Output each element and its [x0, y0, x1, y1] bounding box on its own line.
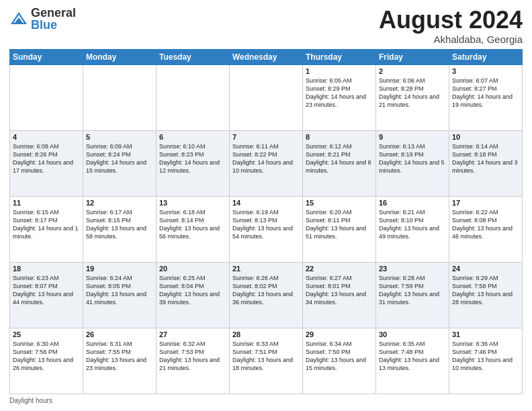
logo-text: General Blue: [31, 7, 76, 31]
table-row: 27Sunrise: 6:32 AM Sunset: 7:53 PM Dayli…: [157, 328, 230, 394]
calendar-week-row: 4Sunrise: 6:08 AM Sunset: 8:26 PM Daylig…: [10, 130, 523, 196]
day-info: Sunrise: 6:23 AM Sunset: 8:07 PM Dayligh…: [13, 274, 80, 307]
day-number: 27: [159, 330, 226, 338]
col-saturday: Saturday: [449, 49, 523, 64]
day-number: 20: [159, 265, 226, 273]
day-number: 22: [306, 265, 373, 273]
table-row: [83, 64, 157, 130]
day-info: Sunrise: 6:13 AM Sunset: 8:19 PM Dayligh…: [379, 142, 446, 175]
table-row: 17Sunrise: 6:22 AM Sunset: 8:08 PM Dayli…: [449, 196, 523, 262]
logo-icon: [9, 9, 28, 28]
day-number: 10: [452, 133, 519, 141]
daylight-label: Daylight hours: [9, 397, 52, 404]
col-thursday: Thursday: [303, 49, 376, 64]
day-info: Sunrise: 6:28 AM Sunset: 7:59 PM Dayligh…: [379, 274, 446, 307]
table-row: 1Sunrise: 6:05 AM Sunset: 8:29 PM Daylig…: [303, 64, 376, 130]
table-row: 8Sunrise: 6:12 AM Sunset: 8:21 PM Daylig…: [303, 130, 376, 196]
table-row: 26Sunrise: 6:31 AM Sunset: 7:55 PM Dayli…: [83, 328, 157, 394]
table-row: 24Sunrise: 6:29 AM Sunset: 7:58 PM Dayli…: [449, 262, 523, 328]
table-row: 16Sunrise: 6:21 AM Sunset: 8:10 PM Dayli…: [376, 196, 449, 262]
calendar-week-row: 18Sunrise: 6:23 AM Sunset: 8:07 PM Dayli…: [10, 262, 523, 328]
day-info: Sunrise: 6:25 AM Sunset: 8:04 PM Dayligh…: [159, 274, 226, 307]
table-row: 2Sunrise: 6:06 AM Sunset: 8:28 PM Daylig…: [376, 64, 449, 130]
table-row: 12Sunrise: 6:17 AM Sunset: 8:15 PM Dayli…: [83, 196, 157, 262]
day-number: 7: [232, 133, 300, 141]
day-info: Sunrise: 6:15 AM Sunset: 8:17 PM Dayligh…: [13, 208, 80, 241]
day-number: 24: [452, 265, 519, 273]
day-info: Sunrise: 6:31 AM Sunset: 7:55 PM Dayligh…: [86, 340, 153, 373]
header: General Blue August 2024 Akhaldaba, Geor…: [9, 7, 523, 45]
day-info: Sunrise: 6:12 AM Sunset: 8:21 PM Dayligh…: [306, 142, 373, 175]
day-info: Sunrise: 6:10 AM Sunset: 8:23 PM Dayligh…: [159, 142, 226, 175]
table-row: [230, 64, 303, 130]
day-info: Sunrise: 6:29 AM Sunset: 7:58 PM Dayligh…: [452, 274, 519, 307]
day-info: Sunrise: 6:06 AM Sunset: 8:28 PM Dayligh…: [379, 77, 446, 109]
day-number: 23: [379, 265, 446, 273]
day-info: Sunrise: 6:27 AM Sunset: 8:01 PM Dayligh…: [306, 274, 373, 307]
table-row: 21Sunrise: 6:26 AM Sunset: 8:02 PM Dayli…: [230, 262, 303, 328]
table-row: 9Sunrise: 6:13 AM Sunset: 8:19 PM Daylig…: [376, 130, 449, 196]
col-tuesday: Tuesday: [157, 49, 230, 64]
day-number: 31: [452, 330, 519, 338]
calendar-week-row: 25Sunrise: 6:30 AM Sunset: 7:56 PM Dayli…: [10, 328, 523, 394]
day-info: Sunrise: 6:07 AM Sunset: 8:27 PM Dayligh…: [452, 77, 519, 109]
day-info: Sunrise: 6:24 AM Sunset: 8:05 PM Dayligh…: [86, 274, 153, 307]
day-info: Sunrise: 6:09 AM Sunset: 8:24 PM Dayligh…: [86, 142, 153, 175]
day-number: 30: [379, 330, 446, 338]
day-number: 12: [86, 199, 153, 207]
day-info: Sunrise: 6:36 AM Sunset: 7:46 PM Dayligh…: [452, 340, 519, 373]
day-number: 5: [86, 133, 153, 141]
day-info: Sunrise: 6:26 AM Sunset: 8:02 PM Dayligh…: [232, 274, 300, 307]
table-row: 23Sunrise: 6:28 AM Sunset: 7:59 PM Dayli…: [376, 262, 449, 328]
location: Akhaldaba, Georgia: [379, 34, 523, 45]
day-info: Sunrise: 6:30 AM Sunset: 7:56 PM Dayligh…: [13, 340, 80, 373]
table-row: 20Sunrise: 6:25 AM Sunset: 8:04 PM Dayli…: [157, 262, 230, 328]
table-row: [157, 64, 230, 130]
day-number: 2: [379, 67, 446, 75]
table-row: 15Sunrise: 6:20 AM Sunset: 8:11 PM Dayli…: [303, 196, 376, 262]
calendar-week-row: 11Sunrise: 6:15 AM Sunset: 8:17 PM Dayli…: [10, 196, 523, 262]
calendar-table: Sunday Monday Tuesday Wednesday Thursday…: [9, 49, 523, 394]
table-row: 5Sunrise: 6:09 AM Sunset: 8:24 PM Daylig…: [83, 130, 157, 196]
day-number: 14: [232, 199, 300, 207]
footer: Daylight hours: [9, 397, 523, 404]
table-row: 25Sunrise: 6:30 AM Sunset: 7:56 PM Dayli…: [10, 328, 83, 394]
day-number: 13: [159, 199, 226, 207]
day-info: Sunrise: 6:33 AM Sunset: 7:51 PM Dayligh…: [232, 340, 300, 373]
day-number: 19: [86, 265, 153, 273]
day-number: 8: [306, 133, 373, 141]
title-block: August 2024 Akhaldaba, Georgia: [379, 7, 523, 45]
day-number: 4: [13, 133, 80, 141]
day-info: Sunrise: 6:05 AM Sunset: 8:29 PM Dayligh…: [306, 77, 373, 109]
day-info: Sunrise: 6:14 AM Sunset: 8:18 PM Dayligh…: [452, 142, 519, 175]
day-info: Sunrise: 6:22 AM Sunset: 8:08 PM Dayligh…: [452, 208, 519, 241]
day-number: 3: [452, 67, 519, 75]
col-sunday: Sunday: [10, 49, 83, 64]
day-number: 9: [379, 133, 446, 141]
day-info: Sunrise: 6:17 AM Sunset: 8:15 PM Dayligh…: [86, 208, 153, 241]
day-number: 18: [13, 265, 80, 273]
day-info: Sunrise: 6:20 AM Sunset: 8:11 PM Dayligh…: [306, 208, 373, 241]
day-number: 11: [13, 199, 80, 207]
table-row: 18Sunrise: 6:23 AM Sunset: 8:07 PM Dayli…: [10, 262, 83, 328]
logo: General Blue: [9, 7, 76, 31]
calendar-header-row: Sunday Monday Tuesday Wednesday Thursday…: [10, 49, 523, 64]
table-row: 28Sunrise: 6:33 AM Sunset: 7:51 PM Dayli…: [230, 328, 303, 394]
table-row: 14Sunrise: 6:19 AM Sunset: 8:13 PM Dayli…: [230, 196, 303, 262]
table-row: 10Sunrise: 6:14 AM Sunset: 8:18 PM Dayli…: [449, 130, 523, 196]
table-row: 30Sunrise: 6:35 AM Sunset: 7:48 PM Dayli…: [376, 328, 449, 394]
day-info: Sunrise: 6:08 AM Sunset: 8:26 PM Dayligh…: [13, 142, 80, 175]
logo-general-text: General: [31, 7, 76, 19]
table-row: 31Sunrise: 6:36 AM Sunset: 7:46 PM Dayli…: [449, 328, 523, 394]
col-friday: Friday: [376, 49, 449, 64]
logo-blue-text: Blue: [31, 19, 76, 31]
table-row: 13Sunrise: 6:18 AM Sunset: 8:14 PM Dayli…: [157, 196, 230, 262]
day-info: Sunrise: 6:11 AM Sunset: 8:22 PM Dayligh…: [232, 142, 300, 175]
month-year: August 2024: [379, 7, 523, 34]
table-row: 6Sunrise: 6:10 AM Sunset: 8:23 PM Daylig…: [157, 130, 230, 196]
calendar-week-row: 1Sunrise: 6:05 AM Sunset: 8:29 PM Daylig…: [10, 64, 523, 130]
day-info: Sunrise: 6:35 AM Sunset: 7:48 PM Dayligh…: [379, 340, 446, 373]
table-row: 29Sunrise: 6:34 AM Sunset: 7:50 PM Dayli…: [303, 328, 376, 394]
col-wednesday: Wednesday: [230, 49, 303, 64]
day-number: 28: [232, 330, 300, 338]
